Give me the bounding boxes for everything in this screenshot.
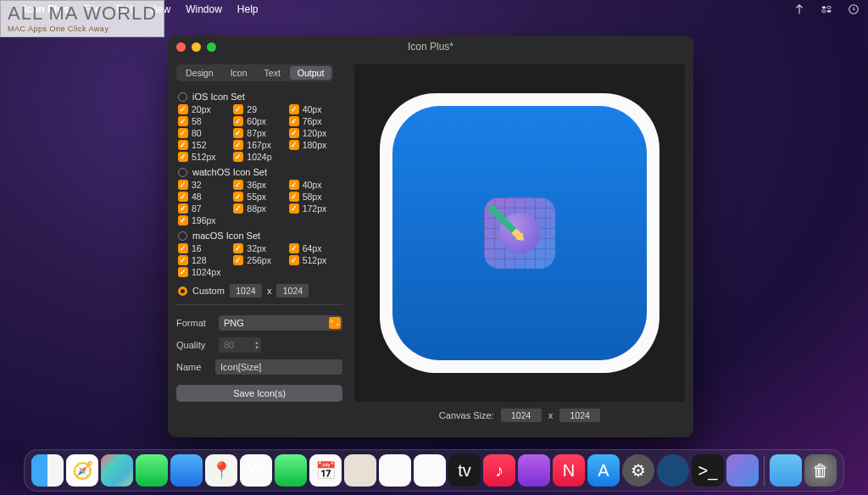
size-checkbox[interactable]: ✓152 <box>178 140 231 150</box>
radio-icon[interactable] <box>178 168 187 177</box>
checkbox-icon: ✓ <box>233 104 243 114</box>
size-checkbox[interactable]: ✓1024p <box>233 152 287 162</box>
dock-mail-icon[interactable] <box>170 454 203 487</box>
watchos-section-header[interactable]: watchOS Icon Set <box>178 167 342 177</box>
size-checkbox[interactable]: ✓167px <box>233 140 287 150</box>
size-checkbox[interactable]: ✓60px <box>233 116 287 126</box>
watermark-overlay: ALL MA WORLD MAC Apps One Click Away <box>0 0 164 37</box>
checkbox-icon: ✓ <box>289 128 299 138</box>
dock-calendar-icon[interactable]: 📅 <box>309 454 342 487</box>
size-checkbox[interactable]: ✓48 <box>178 192 231 202</box>
radio-on-icon[interactable] <box>178 286 187 296</box>
size-checkbox[interactable]: ✓180px <box>289 140 342 150</box>
size-checkbox[interactable]: ✓87px <box>233 128 287 138</box>
size-checkbox[interactable]: ✓32 <box>178 180 231 190</box>
size-checkbox[interactable]: ✓87 <box>178 203 231 214</box>
dock-terminal-icon[interactable]: >_ <box>692 454 724 487</box>
size-checkbox[interactable]: ✓40px <box>289 104 342 114</box>
size-checkbox[interactable]: ✓29 <box>233 104 287 114</box>
dock-settings-icon[interactable]: ⚙︎ <box>622 454 654 487</box>
clock-icon[interactable] <box>848 3 860 15</box>
size-checkbox[interactable]: ✓172px <box>289 203 342 214</box>
svg-rect-2 <box>822 10 826 13</box>
format-select[interactable]: PNG ⌃⌄ <box>219 315 342 331</box>
control-center-icon[interactable] <box>821 3 832 15</box>
size-label: 60px <box>247 116 266 126</box>
menu-window[interactable]: Window <box>186 3 222 15</box>
dock-finder-icon[interactable] <box>31 454 64 487</box>
divider <box>176 304 342 305</box>
watermark-line1: ALL MA WORLD <box>8 3 157 25</box>
dock-tv-icon[interactable]: tv <box>448 454 481 487</box>
size-checkbox[interactable]: ✓196px <box>178 215 231 225</box>
dock-safari-icon[interactable]: 🧭 <box>66 454 98 487</box>
tab-output[interactable]: Output <box>290 66 332 80</box>
custom-row: Custom x <box>178 284 342 298</box>
size-checkbox[interactable]: ✓16 <box>178 243 231 253</box>
size-checkbox[interactable]: ✓80 <box>178 128 231 138</box>
size-checkbox[interactable]: ✓58px <box>289 192 342 202</box>
quality-label: Quality <box>176 340 212 350</box>
dock-trash-icon[interactable]: 🗑 <box>804 454 837 487</box>
dock-notes-icon[interactable] <box>414 454 446 487</box>
watermark-line2: MAC Apps One Click Away <box>8 25 157 33</box>
radio-icon[interactable] <box>178 92 187 102</box>
ios-section-header[interactable]: iOS Icon Set <box>178 92 342 102</box>
size-checkbox[interactable]: ✓64px <box>289 243 342 253</box>
menubar-status-icon[interactable] <box>793 3 805 15</box>
dock-news-icon[interactable]: N <box>553 454 585 487</box>
dock-launchpad-icon[interactable] <box>101 454 133 487</box>
dock-maps-icon[interactable]: 📍 <box>205 454 237 487</box>
dock-messages-icon[interactable] <box>136 454 168 487</box>
dock-downloads-icon[interactable] <box>770 454 802 487</box>
name-input[interactable] <box>215 359 342 375</box>
svg-rect-3 <box>827 10 831 13</box>
dock-music-icon[interactable]: ♪ <box>483 454 515 487</box>
dock-icon-plus-icon[interactable] <box>726 454 759 487</box>
size-checkbox[interactable]: ✓512px <box>178 152 231 162</box>
format-value: PNG <box>224 318 244 328</box>
custom-width-input[interactable] <box>230 284 262 298</box>
size-checkbox[interactable]: ✓40px <box>289 180 342 190</box>
tab-design[interactable]: Design <box>178 66 221 80</box>
stepper-arrows-icon[interactable]: ▲▼ <box>254 340 259 350</box>
radio-icon[interactable] <box>178 231 187 241</box>
size-checkbox[interactable]: ✓76px <box>289 116 342 126</box>
dock-appstore-icon[interactable]: A <box>587 454 620 487</box>
size-checkbox[interactable]: ✓55px <box>233 192 287 202</box>
chevron-updown-icon: ⌃⌄ <box>329 317 341 329</box>
dock-facetime-icon[interactable] <box>275 454 307 487</box>
size-checkbox[interactable]: ✓1024px <box>178 267 231 277</box>
size-checkbox[interactable]: ✓58 <box>178 116 231 126</box>
dock-podcasts-icon[interactable] <box>518 454 550 487</box>
quality-stepper[interactable]: 80 ▲▼ <box>219 337 261 353</box>
size-checkbox[interactable]: ✓88px <box>233 203 287 214</box>
size-checkbox[interactable]: ✓120px <box>289 128 342 138</box>
checkbox-icon: ✓ <box>178 116 188 126</box>
svg-rect-0 <box>822 7 826 9</box>
macos-section-header[interactable]: macOS Icon Set <box>178 231 342 241</box>
dock-photos-icon[interactable]: ✿ <box>240 454 272 487</box>
tab-icon[interactable]: Icon <box>223 66 255 80</box>
size-checkbox[interactable]: ✓32px <box>233 243 287 253</box>
macos-title: macOS Icon Set <box>192 231 260 241</box>
tab-text[interactable]: Text <box>257 66 288 80</box>
canvas-height-input[interactable] <box>559 409 600 422</box>
titlebar[interactable]: Icon Plus* <box>168 36 693 58</box>
size-checkbox[interactable]: ✓36px <box>233 180 287 190</box>
canvas-area[interactable] <box>354 64 685 402</box>
save-button[interactable]: Save Icon(s) <box>176 385 342 402</box>
name-label: Name <box>176 362 209 372</box>
checkbox-icon: ✓ <box>233 255 243 265</box>
size-checkbox[interactable]: ✓256px <box>233 255 287 265</box>
menu-help[interactable]: Help <box>237 3 259 15</box>
canvas-width-input[interactable] <box>501 409 542 422</box>
size-checkbox[interactable]: ✓512px <box>289 255 342 265</box>
dock-reminders-icon[interactable] <box>379 454 411 487</box>
size-checkbox[interactable]: ✓20px <box>178 104 231 114</box>
custom-height-input[interactable] <box>276 284 309 298</box>
size-label: 87px <box>247 128 266 138</box>
dock-contacts-icon[interactable] <box>344 454 376 487</box>
dock-xcode-icon[interactable] <box>657 454 689 487</box>
size-checkbox[interactable]: ✓128 <box>178 255 231 265</box>
